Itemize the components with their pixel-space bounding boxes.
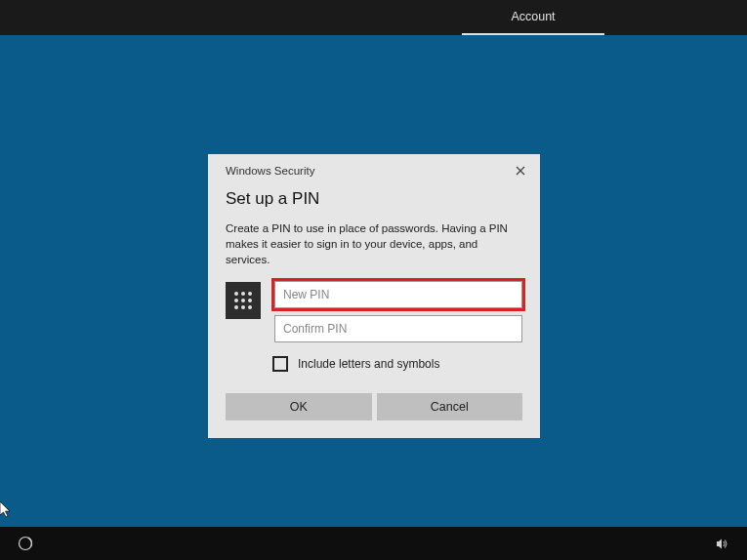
dialog-header: Windows Security xyxy=(208,154,540,187)
close-icon xyxy=(516,166,525,176)
ease-of-access-icon[interactable] xyxy=(16,534,35,553)
svg-line-3 xyxy=(29,539,31,540)
cancel-button[interactable]: Cancel xyxy=(377,393,523,420)
include-symbols-label: Include letters and symbols xyxy=(298,357,439,371)
confirm-pin-input[interactable] xyxy=(274,315,522,342)
tab-account-label: Account xyxy=(511,10,555,23)
tab-account[interactable]: Account xyxy=(462,0,604,35)
new-pin-input[interactable] xyxy=(274,281,522,308)
keypad-icon xyxy=(226,282,261,319)
ok-button[interactable]: OK xyxy=(226,393,372,420)
pin-section xyxy=(226,281,522,342)
pin-setup-dialog: Windows Security Set up a PIN Create a P… xyxy=(208,154,540,438)
bottom-left xyxy=(16,534,35,553)
mouse-cursor-icon xyxy=(0,501,14,519)
dialog-title: Set up a PIN xyxy=(226,189,522,209)
include-symbols-row: Include letters and symbols xyxy=(272,356,522,372)
bottom-right xyxy=(712,534,731,553)
top-bar: Account xyxy=(0,0,747,35)
pin-inputs xyxy=(274,281,522,342)
bottom-bar xyxy=(0,527,747,560)
close-button[interactable] xyxy=(511,161,530,180)
volume-icon[interactable] xyxy=(712,534,731,553)
dialog-description: Create a PIN to use in place of password… xyxy=(226,220,522,267)
dialog-body: Set up a PIN Create a PIN to use in plac… xyxy=(208,189,540,438)
dialog-buttons: OK Cancel xyxy=(226,393,522,420)
dialog-window-title: Windows Security xyxy=(226,165,314,177)
include-symbols-checkbox[interactable] xyxy=(272,356,288,372)
